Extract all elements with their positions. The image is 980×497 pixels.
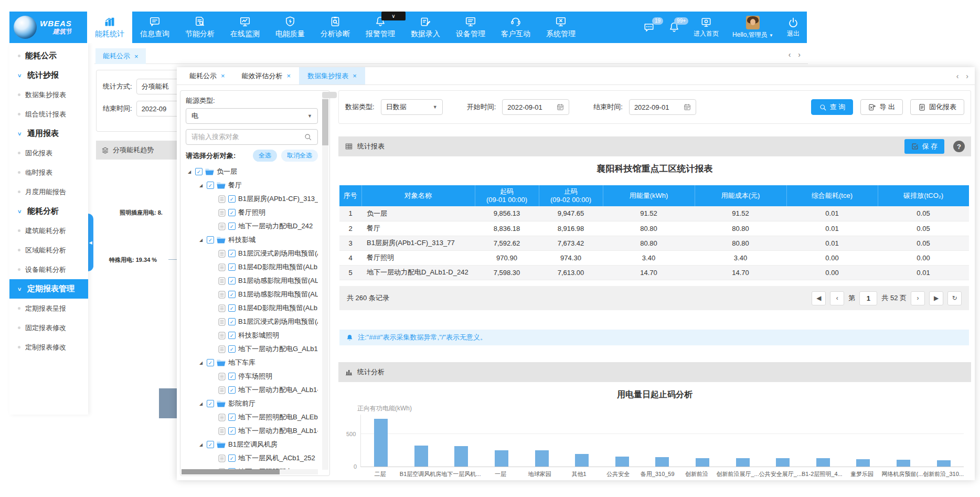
tree-node[interactable]: ◢✓B1层空调风机房 (186, 438, 318, 451)
checkbox-checked[interactable]: ✓ (228, 263, 236, 271)
search-input[interactable]: 请输入搜索对象 (186, 129, 318, 145)
checkbox-checked[interactable]: ✓ (228, 209, 236, 216)
notifications-button[interactable]: 99+ (668, 22, 680, 33)
tree-node[interactable]: ✓停车场照明 (186, 369, 318, 383)
first-page-button[interactable]: ◀ (812, 291, 826, 305)
sidebar-item[interactable]: 数据集抄报表 (9, 85, 88, 104)
tree-node[interactable]: ✓B1层动感影院用电预留(ALb1-YY (186, 288, 318, 301)
nav-item-device[interactable]: 设备管理 (448, 12, 493, 43)
sidebar-item[interactable]: 设备能耗分析 (9, 260, 88, 279)
checkbox-checked[interactable]: ✓ (228, 195, 236, 203)
checkbox-checked[interactable]: ✓ (207, 182, 214, 189)
bar-网络机房预留(...[interactable] (897, 460, 910, 467)
tree-node[interactable]: ◢✓地下车库 (186, 356, 318, 369)
save-button[interactable]: 保 存 (904, 139, 944, 154)
nav-item-system[interactable]: 系统管理 (538, 12, 583, 43)
prev-page-button[interactable]: ‹ (830, 291, 844, 305)
tab-scroll-left-icon[interactable]: ‹ (789, 50, 791, 59)
outer-tab-energy-publicity[interactable]: 能耗公示 × (95, 48, 146, 64)
checkbox-checked[interactable]: ✓ (228, 291, 236, 298)
bar-创新前沿[interactable] (696, 458, 709, 467)
solidify-report-button[interactable]: 固化报表 (910, 99, 964, 115)
tree-caret-icon[interactable]: ◢ (188, 170, 193, 174)
window-tab[interactable]: 能效评估分析× (233, 67, 300, 84)
tree-node[interactable]: ◢✓科技影城 (186, 233, 318, 247)
checkbox-checked[interactable]: ✓ (228, 345, 236, 353)
end-date-input[interactable]: 2022-09-01 (629, 99, 696, 115)
last-page-button[interactable]: ▶ (929, 291, 943, 305)
tree-caret-icon[interactable]: ◢ (199, 183, 204, 188)
table-row[interactable]: 4餐厅照明970.90974.303.403.400.000.00 (339, 250, 969, 265)
sidebar-item[interactable]: 定制报表修改 (9, 337, 88, 357)
checkbox-checked[interactable]: ✓ (207, 359, 214, 366)
tree-caret-icon[interactable]: ◢ (199, 361, 204, 365)
bar-创新前沿_310...[interactable] (937, 460, 951, 467)
bar-二层[interactable] (374, 419, 388, 467)
sidebar-collapse-handle[interactable]: ◀ (88, 214, 93, 271)
next-page-button[interactable]: › (911, 291, 925, 305)
deselect-all-button[interactable]: 取消全选 (281, 150, 318, 162)
sidebar-item[interactable]: ˅通用报表 (9, 124, 88, 143)
tree-node[interactable]: ◢✓负一层 (186, 165, 318, 178)
checkbox-checked[interactable]: ✓ (228, 277, 236, 284)
sidebar-item[interactable]: 临时报表 (9, 163, 88, 182)
tree-node[interactable]: ✓地下一层动力配电A_ALb1-A_266 (186, 383, 318, 397)
tree-node[interactable]: ✓B1层沉浸式剧场用电预留(ALb1-Y (186, 315, 318, 329)
tree-caret-icon[interactable]: ◢ (199, 442, 204, 447)
tree-node[interactable]: ◢✓影院前厅 (186, 397, 318, 410)
bar-一层[interactable] (495, 450, 508, 467)
select-all-button[interactable]: 全选 (253, 150, 277, 162)
checkbox-checked[interactable]: ✓ (228, 454, 236, 462)
checkbox-checked[interactable]: ✓ (207, 400, 214, 407)
tree-node[interactable]: ✓B1层厨房(APb1-CF)_313_77 (186, 192, 318, 206)
tree-node[interactable]: ✓B1层动感影院用电预留(ALb1-YY (186, 274, 318, 288)
close-icon[interactable]: × (221, 72, 225, 80)
tree-vertical-scrollbar[interactable] (322, 92, 328, 470)
table-row[interactable]: 3B1层厨房(APb1-CF)_313_777,592.627,673.4280… (339, 236, 969, 250)
start-date-input[interactable]: 2022-09-01 (502, 99, 569, 115)
tree-node[interactable]: ◢✓餐厅 (186, 178, 318, 192)
home-button[interactable]: 进入首页 (694, 17, 719, 38)
bar-创新前沿展厅_...[interactable] (736, 458, 750, 467)
refresh-icon[interactable]: ↻ (947, 291, 962, 305)
table-row[interactable]: 1负一层9,856.139,947.6591.5291.520.010.05 (339, 206, 969, 221)
collapsed-dropdown-tooltip[interactable]: ∨ (381, 12, 406, 20)
checkbox-checked[interactable]: ✓ (228, 223, 236, 230)
tree-node[interactable]: ✓餐厅照明 (186, 206, 318, 219)
checkbox-checked[interactable]: ✓ (228, 332, 236, 339)
tree-node[interactable]: ✓地下一层动力配电G_ALb1-G_269 (186, 342, 318, 356)
checkbox-checked[interactable]: ✓ (228, 318, 236, 325)
sidebar-item[interactable]: 固定报表修改 (9, 318, 88, 337)
sidebar-item[interactable]: ˅统计抄报 (9, 66, 88, 85)
bar-备用_310_59[interactable] (655, 457, 669, 467)
tree-horizontal-scrollbar[interactable] (182, 469, 318, 474)
close-icon[interactable]: × (134, 52, 139, 60)
tab-scroll-right-icon[interactable]: › (798, 50, 801, 59)
tree-node[interactable]: ✓地下一层动力配电D_242 (186, 219, 318, 233)
tree-node[interactable]: ✓地下一层动力配电B_ALb1-B_267 (186, 424, 318, 438)
checkbox-checked[interactable]: ✓ (207, 236, 214, 244)
close-icon[interactable]: × (287, 72, 291, 80)
bar-地下一层风机...[interactable] (454, 446, 468, 467)
checkbox-checked[interactable]: ✓ (228, 427, 236, 435)
bar-B1层空调风机房[interactable] (414, 446, 428, 467)
checkbox-checked[interactable]: ✓ (228, 373, 236, 380)
help-button[interactable]: ? (953, 141, 965, 152)
checkbox-checked[interactable]: ✓ (228, 414, 236, 421)
sidebar-item[interactable]: ˅能耗分析 (9, 202, 88, 221)
nav-item-power-quality[interactable]: 电能质量 (268, 12, 313, 43)
bar-公共安全展厅_...[interactable] (776, 458, 790, 467)
sidebar-item[interactable]: 区域能耗分析 (9, 240, 88, 260)
checkbox-checked[interactable]: ✓ (228, 304, 236, 312)
tree-node[interactable]: ✓B1层4D影院用电预留(ALb1-YY(4 (186, 260, 318, 274)
tree-node[interactable]: ✓B1层沉浸式剧场用电预留(ALb1-Y (186, 247, 318, 260)
logout-button[interactable]: 退出 (787, 17, 800, 38)
sidebar-item[interactable]: ˅定期报表管理 (9, 279, 88, 299)
bar-地球家园[interactable] (535, 450, 549, 467)
table-row[interactable]: 2餐厅8,836.188,916.9880.8080.800.010.05 (339, 221, 969, 236)
tree-node[interactable]: ✓科技影城照明 (186, 329, 318, 342)
nav-item-online-monitor[interactable]: 在线监测 (222, 12, 268, 43)
page-number-input[interactable]: 1 (859, 291, 877, 305)
bar-童梦乐园[interactable] (856, 459, 870, 467)
nav-item-customer[interactable]: 客户互动 (493, 12, 538, 43)
